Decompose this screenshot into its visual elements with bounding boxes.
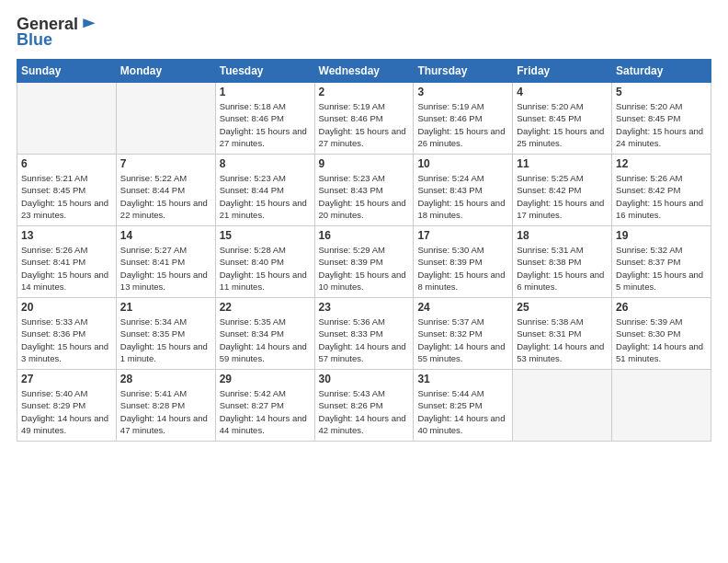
day-detail: Sunrise: 5:38 AM Sunset: 8:31 PM Dayligh…	[517, 316, 608, 364]
day-detail: Sunrise: 5:39 AM Sunset: 8:30 PM Dayligh…	[616, 316, 707, 364]
page: General Blue SundayMondayTuesdayWednesda…	[0, 0, 728, 563]
header: General Blue	[17, 15, 711, 50]
day-detail: Sunrise: 5:23 AM Sunset: 8:43 PM Dayligh…	[319, 172, 410, 221]
calendar-cell	[513, 370, 612, 442]
weekday-header-wednesday: Wednesday	[314, 60, 414, 83]
day-number: 11	[517, 157, 608, 170]
logo-flag-icon	[80, 16, 98, 34]
day-number: 16	[319, 229, 410, 242]
calendar-cell: 26Sunrise: 5:39 AM Sunset: 8:30 PM Dayli…	[612, 298, 711, 370]
calendar-cell: 1Sunrise: 5:18 AM Sunset: 8:46 PM Daylig…	[215, 83, 314, 155]
calendar-cell: 9Sunrise: 5:23 AM Sunset: 8:43 PM Daylig…	[314, 155, 414, 226]
day-number: 22	[220, 301, 311, 314]
calendar-cell	[17, 83, 117, 155]
calendar-cell: 5Sunrise: 5:20 AM Sunset: 8:45 PM Daylig…	[612, 83, 711, 155]
day-detail: Sunrise: 5:19 AM Sunset: 8:46 PM Dayligh…	[417, 100, 508, 149]
calendar-cell: 19Sunrise: 5:32 AM Sunset: 8:37 PM Dayli…	[612, 226, 711, 298]
day-detail: Sunrise: 5:20 AM Sunset: 8:45 PM Dayligh…	[616, 100, 707, 149]
day-number: 9	[319, 157, 410, 170]
week-row-1: 1Sunrise: 5:18 AM Sunset: 8:46 PM Daylig…	[17, 83, 711, 155]
day-number: 8	[220, 157, 311, 170]
calendar-cell: 12Sunrise: 5:26 AM Sunset: 8:42 PM Dayli…	[612, 155, 711, 226]
calendar-cell	[116, 83, 215, 155]
day-number: 19	[616, 229, 707, 242]
week-row-3: 13Sunrise: 5:26 AM Sunset: 8:41 PM Dayli…	[17, 226, 711, 298]
day-number: 3	[417, 86, 508, 98]
day-number: 23	[319, 301, 410, 314]
weekday-header-sunday: Sunday	[17, 60, 117, 83]
day-detail: Sunrise: 5:31 AM Sunset: 8:38 PM Dayligh…	[517, 244, 608, 293]
day-detail: Sunrise: 5:40 AM Sunset: 8:29 PM Dayligh…	[21, 387, 112, 436]
day-number: 13	[21, 229, 112, 242]
day-number: 31	[417, 373, 508, 385]
day-number: 26	[616, 301, 707, 314]
calendar-cell: 30Sunrise: 5:43 AM Sunset: 8:26 PM Dayli…	[314, 370, 414, 442]
calendar-cell: 10Sunrise: 5:24 AM Sunset: 8:43 PM Dayli…	[414, 155, 513, 226]
calendar-cell: 29Sunrise: 5:42 AM Sunset: 8:27 PM Dayli…	[215, 370, 314, 442]
day-detail: Sunrise: 5:20 AM Sunset: 8:45 PM Dayligh…	[517, 100, 608, 149]
calendar-cell	[612, 370, 711, 442]
day-number: 5	[616, 86, 707, 98]
day-number: 29	[220, 373, 311, 385]
day-number: 7	[120, 157, 211, 170]
day-detail: Sunrise: 5:36 AM Sunset: 8:33 PM Dayligh…	[319, 316, 410, 364]
day-number: 21	[120, 301, 211, 314]
calendar-cell: 3Sunrise: 5:19 AM Sunset: 8:46 PM Daylig…	[414, 83, 513, 155]
day-detail: Sunrise: 5:41 AM Sunset: 8:28 PM Dayligh…	[120, 387, 211, 436]
week-row-4: 20Sunrise: 5:33 AM Sunset: 8:36 PM Dayli…	[17, 298, 711, 370]
calendar-cell: 27Sunrise: 5:40 AM Sunset: 8:29 PM Dayli…	[17, 370, 117, 442]
calendar-cell: 22Sunrise: 5:35 AM Sunset: 8:34 PM Dayli…	[215, 298, 314, 370]
calendar-cell: 18Sunrise: 5:31 AM Sunset: 8:38 PM Dayli…	[513, 226, 612, 298]
day-number: 15	[220, 229, 311, 242]
day-detail: Sunrise: 5:19 AM Sunset: 8:46 PM Dayligh…	[319, 100, 410, 149]
svg-marker-0	[83, 18, 95, 28]
day-detail: Sunrise: 5:18 AM Sunset: 8:46 PM Dayligh…	[220, 100, 311, 149]
weekday-header-tuesday: Tuesday	[215, 60, 314, 83]
calendar: SundayMondayTuesdayWednesdayThursdayFrid…	[17, 59, 711, 442]
day-number: 17	[417, 229, 508, 242]
day-detail: Sunrise: 5:26 AM Sunset: 8:41 PM Dayligh…	[21, 244, 112, 293]
day-detail: Sunrise: 5:28 AM Sunset: 8:40 PM Dayligh…	[220, 244, 311, 293]
weekday-header-row: SundayMondayTuesdayWednesdayThursdayFrid…	[17, 60, 711, 83]
calendar-cell: 16Sunrise: 5:29 AM Sunset: 8:39 PM Dayli…	[314, 226, 414, 298]
calendar-cell: 21Sunrise: 5:34 AM Sunset: 8:35 PM Dayli…	[116, 298, 215, 370]
day-number: 6	[21, 157, 112, 170]
weekday-header-saturday: Saturday	[612, 60, 711, 83]
day-number: 25	[517, 301, 608, 314]
calendar-cell: 13Sunrise: 5:26 AM Sunset: 8:41 PM Dayli…	[17, 226, 117, 298]
day-number: 27	[21, 373, 112, 385]
day-detail: Sunrise: 5:44 AM Sunset: 8:25 PM Dayligh…	[417, 387, 508, 436]
calendar-cell: 4Sunrise: 5:20 AM Sunset: 8:45 PM Daylig…	[513, 83, 612, 155]
day-detail: Sunrise: 5:27 AM Sunset: 8:41 PM Dayligh…	[120, 244, 211, 293]
weekday-header-friday: Friday	[513, 60, 612, 83]
day-detail: Sunrise: 5:24 AM Sunset: 8:43 PM Dayligh…	[417, 172, 508, 221]
day-number: 4	[517, 86, 608, 98]
calendar-cell: 6Sunrise: 5:21 AM Sunset: 8:45 PM Daylig…	[17, 155, 117, 226]
day-detail: Sunrise: 5:23 AM Sunset: 8:44 PM Dayligh…	[220, 172, 311, 221]
day-number: 10	[417, 157, 508, 170]
day-number: 18	[517, 229, 608, 242]
weekday-header-monday: Monday	[116, 60, 215, 83]
calendar-cell: 7Sunrise: 5:22 AM Sunset: 8:44 PM Daylig…	[116, 155, 215, 226]
calendar-cell: 20Sunrise: 5:33 AM Sunset: 8:36 PM Dayli…	[17, 298, 117, 370]
day-detail: Sunrise: 5:33 AM Sunset: 8:36 PM Dayligh…	[21, 316, 112, 364]
calendar-cell: 23Sunrise: 5:36 AM Sunset: 8:33 PM Dayli…	[314, 298, 414, 370]
week-row-5: 27Sunrise: 5:40 AM Sunset: 8:29 PM Dayli…	[17, 370, 711, 442]
day-detail: Sunrise: 5:25 AM Sunset: 8:42 PM Dayligh…	[517, 172, 608, 221]
day-detail: Sunrise: 5:21 AM Sunset: 8:45 PM Dayligh…	[21, 172, 112, 221]
calendar-cell: 24Sunrise: 5:37 AM Sunset: 8:32 PM Dayli…	[414, 298, 513, 370]
day-number: 24	[417, 301, 508, 314]
calendar-cell: 2Sunrise: 5:19 AM Sunset: 8:46 PM Daylig…	[314, 83, 414, 155]
day-number: 12	[616, 157, 707, 170]
day-number: 20	[21, 301, 112, 314]
day-number: 14	[120, 229, 211, 242]
calendar-cell: 8Sunrise: 5:23 AM Sunset: 8:44 PM Daylig…	[215, 155, 314, 226]
calendar-cell: 28Sunrise: 5:41 AM Sunset: 8:28 PM Dayli…	[116, 370, 215, 442]
calendar-cell: 11Sunrise: 5:25 AM Sunset: 8:42 PM Dayli…	[513, 155, 612, 226]
calendar-cell: 14Sunrise: 5:27 AM Sunset: 8:41 PM Dayli…	[116, 226, 215, 298]
day-detail: Sunrise: 5:35 AM Sunset: 8:34 PM Dayligh…	[220, 316, 311, 364]
day-detail: Sunrise: 5:22 AM Sunset: 8:44 PM Dayligh…	[120, 172, 211, 221]
day-number: 30	[319, 373, 410, 385]
calendar-cell: 25Sunrise: 5:38 AM Sunset: 8:31 PM Dayli…	[513, 298, 612, 370]
day-detail: Sunrise: 5:32 AM Sunset: 8:37 PM Dayligh…	[616, 244, 707, 293]
